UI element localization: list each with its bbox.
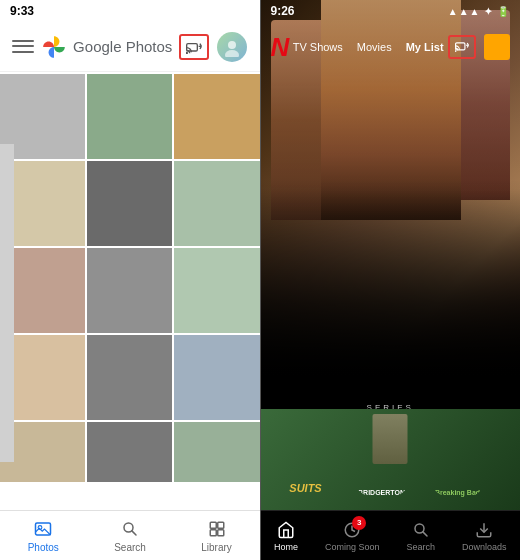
netflix-tab-home[interactable]: Home xyxy=(274,520,298,552)
notification-badge: 3 xyxy=(352,516,366,530)
netflix-tab-search[interactable]: Search xyxy=(406,520,435,552)
tab-library[interactable]: Library xyxy=(201,518,232,553)
google-photos-panel: 9:33 Google Photos xyxy=(0,0,260,560)
svg-rect-11 xyxy=(210,522,216,528)
netflix-nav: TV Shows Movies My List xyxy=(293,41,444,53)
photos-tab-label: Photos xyxy=(28,542,59,553)
netflix-cast-icon xyxy=(455,41,469,53)
svg-rect-12 xyxy=(217,522,223,528)
svg-point-5 xyxy=(228,41,236,49)
right-status-bar: 9:26 ▲▲▲ ✦ 🔋 xyxy=(261,0,521,22)
google-photos-text: Google Photos xyxy=(73,38,172,55)
photo-thumb[interactable] xyxy=(174,161,259,246)
nav-tv-shows[interactable]: TV Shows xyxy=(293,41,343,53)
cast-icon xyxy=(186,40,202,54)
nav-my-list[interactable]: My List xyxy=(406,41,444,53)
svg-line-29 xyxy=(423,531,427,535)
netflix-profile[interactable] xyxy=(484,34,510,60)
netflix-cast-button[interactable] xyxy=(448,35,476,59)
left-time: 9:33 xyxy=(10,4,34,18)
photo-row xyxy=(0,248,260,333)
home-tab-label: Home xyxy=(274,542,298,552)
left-edge xyxy=(0,144,14,462)
netflix-header-icons xyxy=(448,34,510,60)
svg-line-10 xyxy=(132,531,136,535)
netflix-search-icon xyxy=(411,520,431,540)
photo-thumb[interactable] xyxy=(174,422,259,482)
photo-thumb[interactable] xyxy=(174,335,259,420)
netflix-bottom-bar: Home 3 Coming Soon Search xyxy=(261,510,521,560)
coming-soon-tab-label: Coming Soon xyxy=(325,542,380,552)
google-photos-logo: Google Photos xyxy=(41,34,172,60)
cast-button[interactable] xyxy=(179,34,209,60)
library-icon xyxy=(206,518,228,540)
downloads-tab-label: Downloads xyxy=(462,542,507,552)
svg-point-16 xyxy=(455,50,456,52)
search-icon xyxy=(119,518,141,540)
photos-icon xyxy=(32,518,54,540)
coming-soon-icon: 3 xyxy=(342,520,362,540)
svg-rect-14 xyxy=(217,530,223,536)
svg-point-1 xyxy=(186,51,188,53)
photo-row xyxy=(0,335,260,420)
photo-row xyxy=(0,422,260,482)
netflix-search-tab-label: Search xyxy=(406,542,435,552)
menu-icon[interactable] xyxy=(12,36,34,58)
photo-thumb[interactable] xyxy=(174,248,259,333)
left-header: Google Photos xyxy=(0,22,260,72)
user-avatar[interactable] xyxy=(217,32,247,62)
left-bottom-bar: Photos Search Library xyxy=(0,510,260,560)
nav-movies[interactable]: Movies xyxy=(357,41,392,53)
previews-section: Previews SUITS BRIDGERTON Breaking Bad xyxy=(261,409,521,510)
right-time: 9:26 xyxy=(271,4,295,18)
photo-thumb[interactable] xyxy=(87,161,172,246)
breaking-bad-label: Breaking Bad xyxy=(435,489,480,500)
photo-thumb[interactable] xyxy=(87,248,172,333)
home-icon xyxy=(276,520,296,540)
photo-grid xyxy=(0,72,260,510)
svg-rect-13 xyxy=(210,530,216,536)
photo-row xyxy=(0,161,260,246)
previews-row: SUITS BRIDGERTON Breaking Bad xyxy=(271,432,511,502)
search-tab-label: Search xyxy=(114,542,146,553)
left-header-icons xyxy=(179,32,247,62)
photo-thumb[interactable] xyxy=(87,74,172,159)
bridgerton-label: BRIDGERTON xyxy=(358,489,405,500)
netflix-tab-coming-soon[interactable]: 3 Coming Soon xyxy=(325,520,380,552)
tab-search[interactable]: Search xyxy=(114,518,146,553)
netflix-logo: N xyxy=(271,32,289,63)
suits-label: SUITS xyxy=(289,482,321,500)
tab-photos[interactable]: Photos xyxy=(28,518,59,553)
photo-thumb[interactable] xyxy=(87,422,172,482)
photo-thumb[interactable] xyxy=(174,74,259,159)
photo-thumb[interactable] xyxy=(87,335,172,420)
library-tab-label: Library xyxy=(201,542,232,553)
left-status-bar: 9:33 xyxy=(0,0,260,22)
svg-point-6 xyxy=(225,50,239,57)
netflix-panel: 9:26 ▲▲▲ ✦ 🔋 N TV Shows Movies My List xyxy=(261,0,521,560)
netflix-header: N TV Shows Movies My List xyxy=(261,22,521,72)
preview-breaking-bad[interactable]: Breaking Bad xyxy=(423,432,493,502)
photo-row xyxy=(0,74,260,159)
downloads-icon xyxy=(474,520,494,540)
google-photos-logo-icon xyxy=(41,34,67,60)
netflix-tab-downloads[interactable]: Downloads xyxy=(462,520,507,552)
